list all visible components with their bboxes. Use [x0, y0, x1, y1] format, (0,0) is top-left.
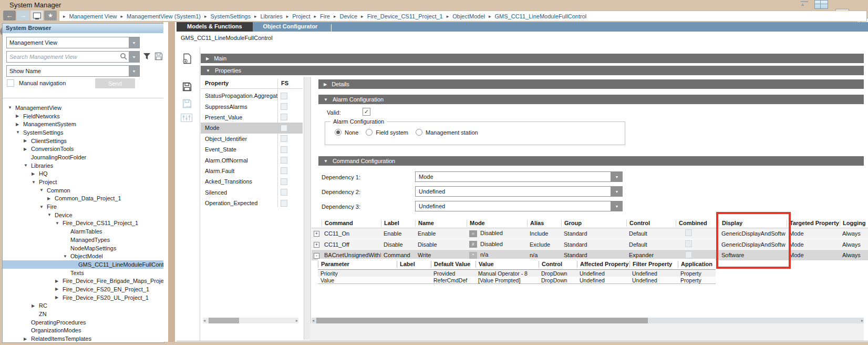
default-value-cell[interactable]: ReferCmdDef	[431, 277, 476, 283]
tree-node-label[interactable]: Device	[55, 212, 73, 218]
property-name[interactable]: Alarm.OffNormal	[201, 157, 248, 164]
property-name[interactable]: Object_Identifier	[201, 136, 247, 142]
targeted-property-cell[interactable]: Mode	[787, 230, 840, 237]
tree-expander-icon[interactable]: ▶	[55, 287, 63, 291]
property-row[interactable]: Operation_Expected	[201, 198, 303, 208]
scroll-left-icon[interactable]: ◂	[203, 318, 205, 323]
fs-checkbox[interactable]	[281, 157, 287, 164]
tree-node-label[interactable]: Texts	[70, 270, 84, 276]
fs-checkbox[interactable]	[281, 200, 287, 207]
fs-checkbox[interactable]	[281, 167, 287, 174]
property-name[interactable]: StatusPropagation.Aggregat	[201, 93, 277, 99]
tree-node-label[interactable]: RC	[39, 302, 47, 309]
tree-node-label[interactable]: SystemSettings	[23, 129, 63, 136]
breadcrumb-item-label[interactable]: Libraries	[260, 13, 282, 19]
application-cell[interactable]: Property	[678, 277, 716, 283]
property-row[interactable]: StatusPropagation.Aggregat	[201, 90, 303, 101]
fs-checkbox[interactable]	[281, 114, 287, 120]
property-name[interactable]: SuppressAlarms	[201, 104, 247, 110]
fs-checkbox[interactable]	[281, 125, 287, 131]
tree-node[interactable]: ▼ Common	[3, 186, 164, 195]
tree-expander-icon[interactable]: ▶	[55, 279, 63, 283]
fs-checkbox[interactable]	[281, 103, 287, 110]
breadcrumb-item[interactable]: ▸ Fire	[310, 13, 329, 19]
tree-node[interactable]: ▶ ClientSettings	[3, 137, 164, 145]
manual-navigation-checkbox[interactable]	[7, 79, 14, 87]
parameter-column-header[interactable]: Control	[539, 261, 577, 268]
parameter-column-header[interactable]: Label	[397, 261, 431, 268]
tree-expander-icon[interactable]: ▼	[47, 212, 55, 217]
combined-cell[interactable]	[676, 229, 719, 237]
parameter-row[interactable]: Priority Provided Manual Operator - 8 Dr…	[318, 270, 716, 277]
tree-node-label[interactable]: ConversionTools	[31, 146, 74, 152]
pane-tab[interactable]: Models & Functions	[177, 22, 253, 32]
tree-node[interactable]: ▶ Common_Data_Project_1	[3, 195, 164, 203]
breadcrumb-item[interactable]: ▸ Fire_Device_CS11_Project_1	[357, 13, 443, 19]
section-properties[interactable]: ▼ Properties	[201, 66, 864, 75]
tree-expander-icon[interactable]: ▶	[16, 114, 23, 118]
properties-horizontal-scrollbar[interactable]: ◂ ▸	[203, 318, 298, 323]
layout-grid-icon[interactable]	[814, 0, 828, 9]
tree-node-label[interactable]: JournalingRootFolder	[31, 154, 86, 160]
tree-expander-icon[interactable]: ▼	[39, 188, 47, 192]
section-command-configuration[interactable]: ▼ Command Configuration	[318, 156, 864, 166]
label-cell[interactable]: Enable	[381, 230, 415, 237]
section-collapsed-icon[interactable]: ▶	[324, 82, 327, 87]
tree-node-label[interactable]: Fire	[47, 204, 57, 210]
filter-property-cell[interactable]: Undefined	[629, 270, 678, 277]
tree-node[interactable]: ▼ Fire	[3, 202, 164, 211]
breadcrumb-item-label[interactable]: Fire_Device_CS11_Project_1	[367, 13, 443, 19]
tree-node[interactable]: ▶ Fire_Device_FS20_EN_Project_1	[3, 285, 164, 293]
column-header[interactable]: Name	[415, 220, 467, 227]
tree-node-label[interactable]: ManagementSystem	[23, 121, 76, 127]
fs-checkbox[interactable]	[281, 93, 287, 99]
chevron-down-icon[interactable]: ▼	[611, 201, 623, 211]
parameter-column-header[interactable]: Value	[476, 261, 539, 268]
tree-expander-icon[interactable]: ▼	[39, 205, 47, 209]
parameter-cell[interactable]: Priority	[318, 270, 397, 277]
tree-expander-icon[interactable]: ▶	[24, 147, 31, 151]
breadcrumb-item[interactable]: ▸ ObjectModel	[443, 13, 485, 19]
filter-property-cell[interactable]: Undefined	[629, 277, 678, 283]
group-cell[interactable]: Standard	[561, 252, 626, 258]
combined-cell[interactable]	[676, 240, 719, 248]
column-header[interactable]: Logging	[840, 220, 868, 227]
breadcrumb-item-label[interactable]: GMS_CC11_LineModuleFullControl	[495, 13, 587, 19]
breadcrumb-item[interactable]: ▸ ManagementView (System1)	[117, 13, 201, 19]
dependency-select[interactable]: Undefined	[415, 201, 611, 211]
tree-expander-icon[interactable]: ▶	[24, 337, 31, 341]
dependency-select[interactable]: Mode	[415, 171, 611, 182]
tree-node-label[interactable]: ManagementView	[15, 105, 61, 111]
breadcrumb-item-label[interactable]: Fire	[320, 13, 330, 19]
control-cell[interactable]: Default	[626, 241, 676, 248]
pane-tab[interactable]: Object Configurator	[253, 22, 328, 32]
control-cell[interactable]: Expander	[626, 252, 676, 258]
import-object-icon[interactable]	[182, 53, 192, 64]
fs-checkbox[interactable]	[281, 189, 287, 196]
tree-expander-icon[interactable]: ▶	[16, 122, 23, 127]
tree-node[interactable]: ▼ Libraries	[3, 161, 164, 170]
column-header[interactable]: Group	[561, 220, 626, 227]
property-row[interactable]: Mode	[201, 123, 303, 133]
tree-node-label[interactable]: Common	[47, 187, 70, 194]
row-expander-icon[interactable]: -	[314, 253, 319, 259]
group-cell[interactable]: Standard	[561, 241, 626, 248]
tree-node-label[interactable]: FieldNetworks	[23, 113, 60, 119]
property-name[interactable]: Mode	[201, 125, 220, 131]
tree-node[interactable]: ManagedTypes	[3, 236, 164, 244]
combined-checkbox[interactable]	[685, 251, 692, 258]
tree-expander-icon[interactable]: ▼	[55, 221, 63, 226]
tree-node-label[interactable]: OperatingProcedures	[31, 319, 86, 326]
parameter-column-header[interactable]: Parameter	[318, 261, 397, 268]
fs-column-header[interactable]: FS	[281, 80, 288, 86]
panel-splitter[interactable]	[168, 22, 175, 342]
property-row[interactable]: Event_State	[201, 144, 303, 155]
tree-expander-icon[interactable]: ▼	[16, 130, 23, 135]
tree-expander-icon[interactable]: ▼	[8, 105, 15, 110]
breadcrumb-item-label[interactable]: Management View	[69, 13, 117, 19]
display-mode-select[interactable]: Show Name ▼	[6, 65, 140, 77]
targeted-property-cell[interactable]: Mode	[787, 241, 840, 248]
tree-node-label[interactable]: Fire_Device_FS20_UL_Project_1	[63, 295, 149, 301]
property-name[interactable]: Present_Value	[201, 114, 242, 120]
value-cell[interactable]: Manual Operator - 8	[476, 270, 539, 277]
